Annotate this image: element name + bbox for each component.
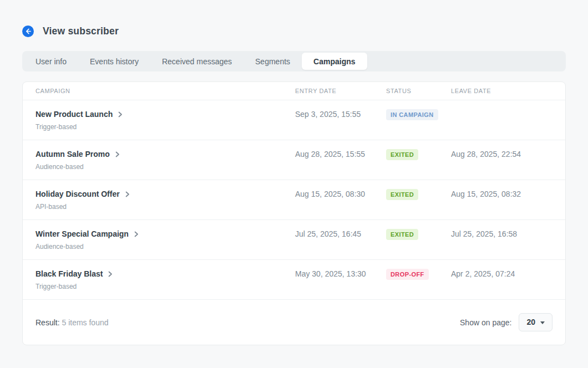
table-footer: Result: 5 items found Show on page: 20 — [23, 300, 565, 345]
campaign-cell: Winter Special Campaign Audience-based — [36, 229, 295, 251]
table-row: Holiday Discount Offer API-based Aug 15,… — [23, 180, 565, 220]
campaign-type: Audience-based — [36, 243, 295, 251]
campaign-link[interactable]: Black Friday Blast — [36, 269, 113, 278]
leave-date: Aug 15, 2025, 08:32 — [451, 189, 552, 198]
campaign-link[interactable]: Holiday Discount Offer — [36, 190, 130, 198]
campaign-link[interactable]: Winter Special Campaign — [36, 229, 139, 238]
campaign-type: Trigger-based — [36, 123, 295, 131]
campaign-name: Autumn Sale Promo — [36, 150, 110, 159]
page-header: View subscriber — [22, 0, 566, 37]
chevron-right-icon — [125, 191, 130, 197]
campaign-name: Holiday Discount Offer — [36, 190, 120, 198]
page-title: View subscriber — [43, 25, 119, 37]
chevron-right-icon — [134, 231, 139, 237]
leave-date: Apr 2, 2025, 07:24 — [451, 269, 552, 278]
tab-user-info[interactable]: User info — [24, 53, 78, 70]
entry-date: May 30, 2025, 13:30 — [295, 269, 386, 278]
back-button[interactable] — [22, 25, 34, 37]
column-header-campaign: Campaign — [36, 88, 295, 94]
campaign-type: API-based — [36, 203, 295, 211]
campaign-name: Black Friday Blast — [36, 269, 103, 278]
status-badge: IN CAMPAIGN — [386, 109, 438, 120]
column-header-leave-date: Leave date — [451, 88, 552, 94]
page-size-dropdown[interactable]: 20 — [519, 313, 552, 331]
chevron-right-icon — [118, 111, 123, 117]
arrow-left-icon — [25, 28, 31, 34]
result-count: 5 items found — [62, 318, 108, 327]
leave-date — [451, 109, 552, 110]
column-header-entry-date: Entry date — [295, 88, 386, 94]
tab-events-history[interactable]: Events history — [78, 53, 150, 70]
tab-received-messages[interactable]: Received messages — [150, 53, 244, 70]
campaign-link[interactable]: New Product Launch — [36, 110, 123, 119]
caret-down-icon — [540, 321, 545, 324]
status-badge: EXITED — [386, 229, 418, 240]
leave-date: Aug 28, 2025, 22:54 — [451, 149, 552, 159]
entry-date: Aug 28, 2025, 15:55 — [295, 149, 386, 159]
column-header-status: Status — [386, 88, 451, 94]
tab-campaigns[interactable]: Campaigns — [302, 53, 367, 70]
table-row: Winter Special Campaign Audience-based J… — [23, 220, 565, 260]
campaign-name: Winter Special Campaign — [36, 229, 129, 238]
leave-date: Jul 25, 2025, 16:58 — [451, 229, 552, 238]
campaign-type: Trigger-based — [36, 283, 295, 290]
campaign-type: Audience-based — [36, 163, 295, 171]
status-badge: EXITED — [386, 149, 418, 160]
show-on-page-label: Show on page: — [460, 318, 511, 327]
campaign-cell: Autumn Sale Promo Audience-based — [36, 149, 295, 171]
entry-date: Jul 25, 2025, 16:45 — [295, 229, 386, 238]
result-summary: Result: 5 items found — [36, 318, 109, 327]
campaigns-table-card: Campaign Entry date Status Leave date Ne… — [22, 81, 566, 345]
campaign-cell: Black Friday Blast Trigger-based — [36, 269, 295, 290]
chevron-right-icon — [108, 271, 113, 277]
page-size-control: Show on page: 20 — [460, 313, 552, 331]
chevron-right-icon — [115, 151, 120, 157]
tab-bar: User info Events history Received messag… — [22, 51, 566, 71]
entry-date: Aug 15, 2025, 08:30 — [295, 189, 386, 198]
campaign-cell: New Product Launch Trigger-based — [36, 109, 295, 131]
tab-segments[interactable]: Segments — [244, 53, 302, 70]
table-row: Autumn Sale Promo Audience-based Aug 28,… — [23, 140, 565, 180]
view-subscriber-page: View subscriber User info Events history… — [0, 0, 588, 345]
campaign-cell: Holiday Discount Offer API-based — [36, 189, 295, 211]
campaign-name: New Product Launch — [36, 110, 113, 119]
table-header-row: Campaign Entry date Status Leave date — [23, 82, 565, 100]
table-row: New Product Launch Trigger-based Sep 3, … — [23, 100, 565, 140]
table-row: Black Friday Blast Trigger-based May 30,… — [23, 260, 565, 300]
result-label: Result: — [36, 318, 60, 327]
entry-date: Sep 3, 2025, 15:55 — [295, 109, 386, 119]
status-badge: DROP-OFF — [386, 269, 429, 280]
status-badge: EXITED — [386, 189, 418, 200]
campaign-link[interactable]: Autumn Sale Promo — [36, 150, 120, 159]
page-size-value: 20 — [526, 318, 535, 326]
